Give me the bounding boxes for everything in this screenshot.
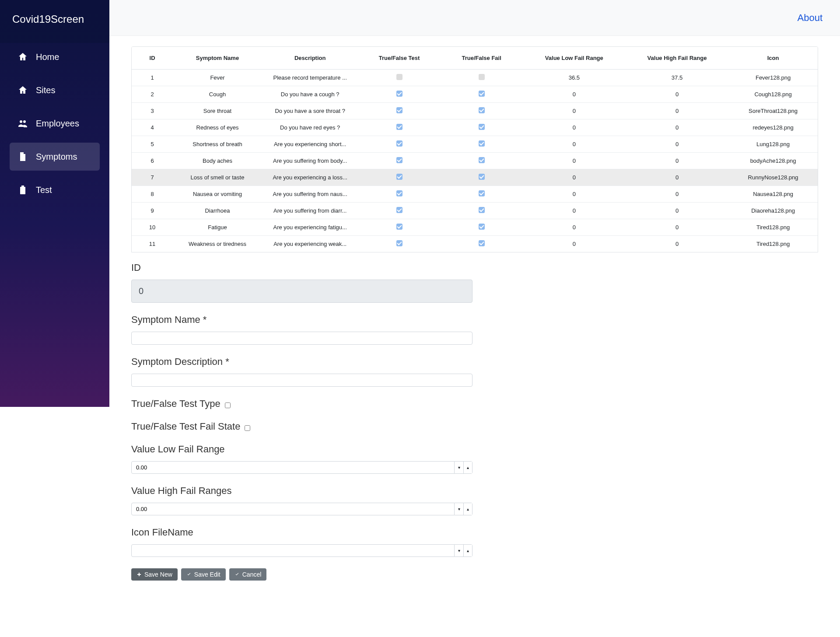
cell-tf [358,203,440,219]
cell-tf [358,169,440,186]
checkmark-icon [396,224,402,230]
cell-low: 36.5 [523,70,626,86]
cell-desc: Are you experiencing weak... [262,236,358,252]
cell-name: Shortness of breath [173,136,262,153]
label-tffail: True/False Test Fail State [131,421,240,432]
cell-desc: Please record temperature ... [262,70,358,86]
cell-high: 0 [626,103,728,119]
column-header[interactable]: Value High Fail Range [626,47,728,70]
sidebar-item-test[interactable]: Test [10,176,100,204]
checkmark-icon [396,190,402,196]
cell-icon: bodyAche128.png [728,153,818,169]
field-desc: Symptom Description * [131,356,472,387]
cell-desc: Do you have a cough ? [262,86,358,103]
column-header[interactable]: Value Low Fail Range [523,47,626,70]
form-buttons: Save New Save Edit Cancel [131,568,472,581]
input-low[interactable] [131,461,455,474]
checkmark-icon [396,207,402,213]
cell-high: 0 [626,136,728,153]
input-iconfile[interactable] [131,544,455,557]
cell-ff [441,86,523,103]
cell-low: 0 [523,169,626,186]
column-header[interactable]: Symptom Name [173,47,262,70]
nav-list: HomeSitesEmployeesSymptomsTest [0,43,109,204]
cell-low: 0 [523,136,626,153]
iconfile-spinner-up[interactable]: ▴ [463,545,472,556]
cell-high: 0 [626,236,728,252]
table-row[interactable]: 5Shortness of breathAre you experiencing… [132,136,818,153]
cell-low: 0 [523,153,626,169]
field-high: Value High Fail Ranges ▾ ▴ [131,485,472,515]
checkbox-tftype[interactable] [225,402,231,408]
high-spinner-down[interactable]: ▾ [455,503,463,515]
cell-high: 0 [626,219,728,236]
about-link[interactable]: About [798,12,823,24]
input-name[interactable] [131,332,472,345]
checkmark-icon [479,207,485,213]
cell-id: 4 [132,119,173,136]
cell-high: 0 [626,119,728,136]
input-desc[interactable] [131,374,472,387]
table-row[interactable]: 4Redness of eyesDo you have red eyes ?00… [132,119,818,136]
low-spinner-down[interactable]: ▾ [455,462,463,473]
cell-icon: Tired128.png [728,236,818,252]
column-header[interactable]: Icon [728,47,818,70]
low-spinner-up[interactable]: ▴ [463,462,472,473]
column-header[interactable]: ID [132,47,173,70]
table-row[interactable]: 2CoughDo you have a cough ?00Cough128.pn… [132,86,818,103]
cell-tf [358,136,440,153]
cell-high: 0 [626,203,728,219]
save-new-button[interactable]: Save New [131,568,178,581]
cell-tf [358,219,440,236]
symptoms-table-wrap: IDSymptom NameDescriptionTrue/False Test… [131,46,818,252]
label-low: Value Low Fail Range [131,444,472,455]
save-edit-button[interactable]: Save Edit [181,568,226,581]
sidebar-item-home[interactable]: Home [10,43,100,71]
table-row[interactable]: 1FeverPlease record temperature ...36.53… [132,70,818,86]
checkmark-icon [479,107,485,113]
cell-low: 0 [523,103,626,119]
label-iconfile: Icon FileName [131,527,472,538]
input-high[interactable] [131,503,455,515]
cell-icon: Diaoreha128.png [728,203,818,219]
cell-id: 9 [132,203,173,219]
cell-name: Cough [173,86,262,103]
cell-tf [358,119,440,136]
sidebar-item-sites[interactable]: Sites [10,76,100,104]
cell-desc: Are you experiencing a loss... [262,169,358,186]
field-iconfile: Icon FileName ▾ ▴ [131,527,472,557]
table-row[interactable]: 8Nausea or vomitingAre you suffering fro… [132,186,818,203]
table-row[interactable]: 3Sore throatDo you have a sore throat ?0… [132,103,818,119]
sidebar-item-symptoms[interactable]: Symptoms [10,143,100,171]
cell-desc: Are you suffering from naus... [262,186,358,203]
sidebar-item-employees[interactable]: Employees [10,109,100,137]
table-row[interactable]: 6Body achesAre you suffering from body..… [132,153,818,169]
cell-id: 8 [132,186,173,203]
table-row[interactable]: 11Weakness or tirednessAre you experienc… [132,236,818,252]
checkmark-icon [396,74,402,80]
table-row[interactable]: 7Loss of smell or tasteAre you experienc… [132,169,818,186]
cell-low: 0 [523,236,626,252]
cancel-label: Cancel [242,571,262,578]
column-header[interactable]: True/False Test [358,47,440,70]
cell-ff [441,119,523,136]
cell-icon: Lung128.png [728,136,818,153]
column-header[interactable]: Description [262,47,358,70]
cancel-button[interactable]: Cancel [229,568,267,581]
checkbox-tffail[interactable] [245,425,250,431]
input-id [131,280,472,303]
iconfile-dropdown[interactable]: ▾ [455,545,463,556]
file-icon [18,151,28,162]
table-row[interactable]: 10FatigueAre you experiencing fatigu...0… [132,219,818,236]
clipboard-icon [18,185,28,195]
table-row[interactable]: 9DiarrhoeaAre you suffering from diarr..… [132,203,818,219]
cell-low: 0 [523,203,626,219]
column-header[interactable]: True/False Fail [441,47,523,70]
label-desc: Symptom Description * [131,356,472,368]
label-tftype: True/False Test Type [131,398,220,409]
field-tffail: True/False Test Fail State [131,421,472,432]
plus-icon [136,572,142,577]
high-spinner-up[interactable]: ▴ [463,503,472,515]
cell-id: 1 [132,70,173,86]
cell-low: 0 [523,86,626,103]
